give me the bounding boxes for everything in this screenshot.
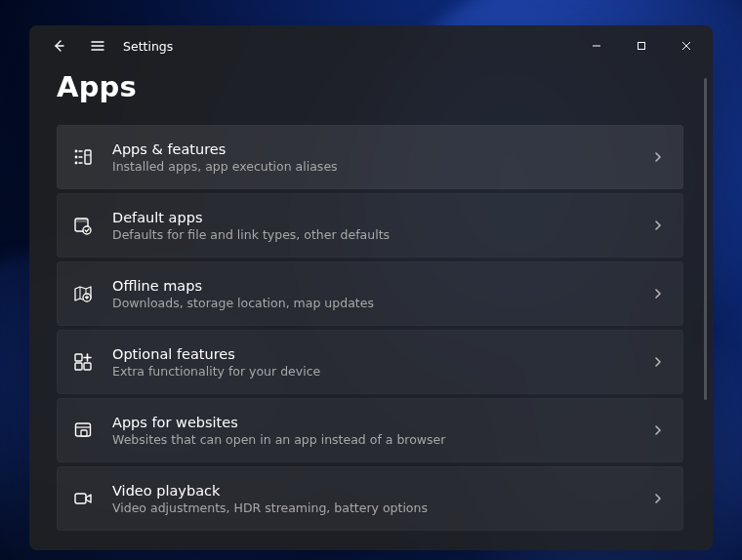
item-apps-for-websites[interactable]: Apps for websites Websites that can open… (57, 398, 683, 462)
apps-for-websites-icon (71, 419, 95, 442)
svg-rect-11 (75, 363, 82, 370)
scrollbar[interactable] (704, 78, 707, 400)
default-apps-icon (71, 214, 95, 237)
close-icon (681, 41, 691, 51)
arrow-left-icon (51, 38, 66, 54)
svg-rect-14 (75, 494, 86, 503)
item-title: Optional features (112, 346, 634, 362)
item-default-apps[interactable]: Default apps Defaults for file and link … (57, 193, 683, 258)
close-button[interactable] (664, 30, 709, 61)
item-subtitle: Defaults for file and link types, other … (112, 227, 634, 242)
chevron-right-icon (651, 423, 665, 437)
svg-point-3 (75, 162, 78, 165)
item-title: Default apps (112, 210, 634, 225)
back-button[interactable] (41, 28, 76, 63)
item-title: Offline maps (112, 278, 634, 294)
item-video-playback[interactable]: Video playback Video adjustments, HDR st… (57, 466, 683, 531)
menu-button[interactable] (80, 28, 115, 63)
svg-point-2 (75, 156, 78, 159)
chevron-right-icon (651, 287, 665, 300)
chevron-right-icon (651, 355, 665, 369)
svg-rect-10 (84, 363, 91, 370)
titlebar: Settings (29, 25, 713, 66)
svg-point-1 (75, 150, 78, 153)
optional-features-icon (71, 350, 95, 374)
svg-rect-4 (85, 150, 91, 164)
item-title: Apps & features (112, 141, 634, 157)
item-subtitle: Websites that can open in an app instead… (112, 432, 634, 447)
item-title: Apps for websites (112, 415, 634, 430)
offline-maps-icon (71, 282, 95, 305)
settings-list: Apps & features Installed apps, app exec… (57, 125, 685, 531)
video-playback-icon (71, 487, 95, 510)
item-offline-maps[interactable]: Offline maps Downloads, storage location… (57, 261, 683, 326)
svg-rect-9 (75, 354, 82, 361)
window-title: Settings (123, 39, 173, 54)
minimize-button[interactable] (574, 30, 619, 61)
svg-rect-6 (75, 219, 88, 222)
item-subtitle: Extra functionality for your device (112, 364, 634, 379)
svg-rect-0 (639, 43, 645, 50)
item-subtitle: Downloads, storage location, map updates (112, 296, 634, 310)
apps-features-icon (71, 145, 95, 169)
item-title: Video playback (112, 483, 634, 499)
item-subtitle: Installed apps, app execution aliases (112, 159, 634, 174)
chevron-right-icon (651, 150, 665, 164)
chevron-right-icon (651, 492, 665, 505)
item-apps-features[interactable]: Apps & features Installed apps, app exec… (57, 125, 683, 189)
svg-rect-13 (81, 430, 87, 436)
maximize-button[interactable] (619, 30, 664, 61)
settings-window: Settings Apps (29, 25, 713, 550)
minimize-icon (592, 41, 601, 51)
item-subtitle: Video adjustments, HDR streaming, batter… (112, 500, 634, 515)
hamburger-icon (90, 38, 105, 54)
item-optional-features[interactable]: Optional features Extra functionality fo… (57, 330, 683, 394)
chevron-right-icon (651, 219, 665, 232)
page-title: Apps (57, 70, 685, 103)
maximize-icon (637, 41, 646, 51)
